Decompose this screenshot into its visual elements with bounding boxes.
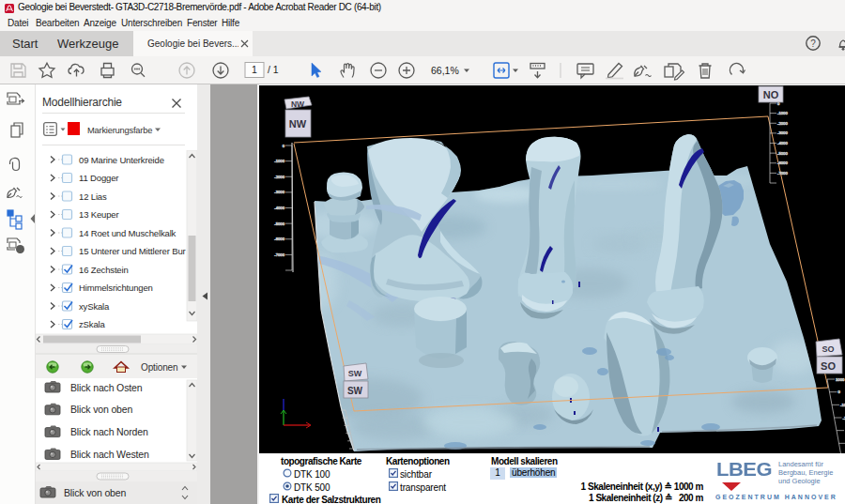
- svg-text:15 Unterer und Mittlerer Bur: 15 Unterer und Mittlerer Bur: [79, 246, 186, 256]
- svg-text:-2000: -2000: [777, 121, 788, 126]
- svg-text:13 Keuper: 13 Keuper: [79, 209, 119, 220]
- svg-text:-5000: -5000: [777, 151, 788, 156]
- svg-text:09 Marine Unterkreide: 09 Marine Unterkreide: [79, 155, 164, 165]
- svg-text:-1000: -1000: [840, 403, 845, 407]
- svg-text:xySkala: xySkala: [79, 301, 110, 312]
- svg-text:-6000: -6000: [777, 160, 788, 165]
- svg-text:-1000: -1000: [274, 159, 284, 163]
- svg-text:Markierungsfarbe: Markierungsfarbe: [87, 126, 152, 135]
- svg-text:12 Lias: 12 Lias: [79, 191, 107, 202]
- svg-text:Optionen: Optionen: [141, 362, 177, 373]
- svg-text:Himmelsrichtungen: Himmelsrichtungen: [79, 283, 153, 293]
- svg-text:NO: NO: [763, 89, 779, 100]
- svg-text:-6000: -6000: [274, 237, 284, 241]
- svg-text:-2000: -2000: [274, 175, 284, 179]
- svg-text:16 Zechstein: 16 Zechstein: [79, 265, 129, 275]
- svg-text:-7000: -7000: [274, 252, 284, 257]
- svg-text:-4000: -4000: [777, 141, 788, 145]
- svg-text:SW: SW: [347, 386, 363, 396]
- svg-text:SO: SO: [822, 344, 834, 354]
- svg-text:/ 1: / 1: [268, 64, 279, 75]
- svg-text:NW: NW: [291, 99, 305, 109]
- svg-text:1000: 1000: [836, 377, 845, 382]
- svg-text:Blick nach Norden: Blick nach Norden: [70, 426, 148, 437]
- svg-text:?: ?: [810, 38, 816, 49]
- svg-text:11 Dogger: 11 Dogger: [79, 173, 118, 183]
- svg-text:zSkala: zSkala: [79, 319, 105, 329]
- svg-text:1: 1: [252, 64, 257, 75]
- svg-text:NW: NW: [289, 118, 307, 130]
- svg-text:SW: SW: [348, 369, 362, 378]
- svg-text:-7000: -7000: [777, 171, 788, 176]
- svg-text:Blick von oben: Blick von oben: [64, 487, 127, 498]
- svg-text:Blick nach Westen: Blick nach Westen: [70, 449, 149, 460]
- svg-text:SO: SO: [821, 360, 836, 372]
- svg-text:Blick nach Osten: Blick nach Osten: [70, 382, 143, 393]
- svg-text:14 Roet und Muschelkalk: 14 Roet und Muschelkalk: [79, 228, 177, 238]
- svg-text:i: i: [20, 247, 22, 253]
- svg-text:-4000: -4000: [274, 206, 284, 210]
- svg-text:66,1%: 66,1%: [431, 65, 459, 76]
- svg-text:-1000: -1000: [777, 111, 788, 115]
- svg-text:Blick von oben: Blick von oben: [70, 404, 133, 415]
- svg-text:-3000: -3000: [274, 190, 284, 194]
- svg-text:-5000: -5000: [274, 221, 284, 226]
- svg-text:-3000: -3000: [777, 130, 788, 135]
